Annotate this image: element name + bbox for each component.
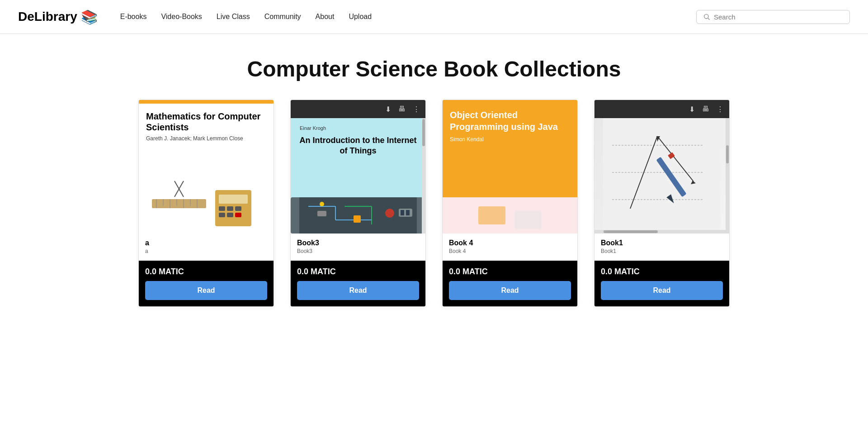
svg-rect-15 [219,213,225,217]
book-subtitle-2: Book 4 [449,248,571,254]
scrollbar-3[interactable] [726,118,729,234]
book-info-0: a a [139,234,274,261]
book-cover-author-0: Gareth J. Janacek; Mark Lemmon Close [146,135,266,142]
book-cover-3 [594,118,729,234]
book-cover-1: Einar Krogh An Introduction to the Inter… [291,118,425,234]
read-button-3[interactable]: Read [601,281,723,300]
download-icon-3[interactable]: ⬇ [689,105,695,114]
svg-line-1 [708,18,710,20]
svg-rect-32 [406,210,410,215]
nav-upload[interactable]: Upload [349,13,372,21]
h-scrollbar-3[interactable] [594,230,726,234]
svg-rect-13 [227,206,233,211]
nav-ebooks[interactable]: E-books [120,13,147,21]
logo-book-icon: 📚 [81,9,98,25]
logo[interactable]: DeLibrary 📚 [18,9,98,25]
book-subtitle-1: Book3 [297,248,419,254]
book-name-1: Book3 [297,239,419,247]
search-area [696,10,850,24]
navbar: DeLibrary 📚 E-books Video-Books Live Cla… [0,0,868,34]
book-cover-author-2: Simon Kendal [450,136,570,143]
nav-community[interactable]: Community [264,13,301,21]
print-icon-3[interactable]: 🖶 [702,105,709,113]
read-button-1[interactable]: Read [297,281,419,300]
svg-rect-2 [152,199,206,208]
book-price-1: 0.0 MATIC [297,267,419,276]
books-grid: Mathematics for Computer Scientists Gare… [0,100,868,307]
nav-live-class[interactable]: Live Class [217,13,250,21]
svg-rect-17 [235,213,241,217]
book-info-2: Book 4 Book 4 [443,234,577,261]
book-cover-0: Mathematics for Computer Scientists Gare… [139,100,274,234]
nav-video-books[interactable]: Video-Books [161,13,202,21]
h-scroll-thumb-3 [604,230,658,233]
more-icon-1[interactable]: ⋮ [413,105,420,114]
circuit-illustration [299,197,417,234]
pen-diagram-illustration [603,118,721,234]
tools-illustration [146,172,266,226]
svg-point-28 [385,209,394,218]
book-footer-2: 0.0 MATIC Read [443,261,577,306]
circuit-board-image [291,197,425,234]
scrollbar-1[interactable] [422,118,425,234]
book-info-3: Book1 Book1 [594,234,729,261]
svg-rect-26 [317,211,326,216]
svg-rect-33 [478,206,505,224]
nav-about[interactable]: About [316,13,335,21]
more-icon-3[interactable]: ⋮ [717,105,724,114]
book-subtitle-0: a [145,248,267,254]
svg-point-0 [704,14,708,19]
book-footer-3: 0.0 MATIC Read [594,261,729,306]
svg-rect-31 [401,210,404,215]
book-price-0: 0.0 MATIC [145,267,267,276]
svg-point-29 [320,202,324,206]
book-viewer-1: ⬇ 🖶 ⋮ Einar Krogh An Introduction to the… [291,100,425,234]
book-cover-title-1: An Introduction to the Internet of Thing… [298,135,418,157]
page-title: Computer Science Book Collections [9,57,859,81]
book-info-1: Book3 Book3 [291,234,425,261]
book-price-3: 0.0 MATIC [601,267,723,276]
book-cover-author-1: Einar Krogh [298,125,326,131]
search-input[interactable] [714,13,843,21]
print-icon-1[interactable]: 🖶 [398,105,406,113]
svg-rect-12 [219,206,225,211]
book-price-2: 0.0 MATIC [449,267,571,276]
svg-rect-11 [219,195,248,204]
page-title-section: Computer Science Book Collections [0,34,868,100]
book-cover-title-2: Object Oriented Programming using Java [450,109,570,133]
read-button-2[interactable]: Read [449,281,571,300]
svg-rect-34 [514,211,542,229]
scroll-thumb-1 [422,119,425,146]
svg-rect-27 [354,215,361,223]
book-card-3: ⬇ 🖶 ⋮ [594,100,730,307]
oop-illustration [474,202,546,234]
svg-rect-35 [603,118,721,234]
read-button-0[interactable]: Read [145,281,267,300]
logo-text: DeLibrary [18,10,77,24]
book-card-0: Mathematics for Computer Scientists Gare… [138,100,274,307]
book-cover-bottom-2 [443,197,577,234]
book-name-2: Book 4 [449,239,571,247]
book-toolbar-3: ⬇ 🖶 ⋮ [594,100,729,118]
search-icon [703,13,710,20]
scroll-thumb-3 [726,145,729,163]
book-viewer-0: Mathematics for Computer Scientists Gare… [139,100,274,234]
book-cover-title-0: Mathematics for Computer Scientists [146,111,266,133]
book-name-0: a [145,239,267,247]
book-toolbar-1: ⬇ 🖶 ⋮ [291,100,425,118]
book-footer-0: 0.0 MATIC Read [139,261,274,306]
nav-links: E-books Video-Books Live Class Community… [120,13,696,21]
pen-diagram-area [594,118,729,234]
svg-rect-14 [235,206,241,211]
book-viewer-3: ⬇ 🖶 ⋮ [594,100,729,234]
book-subtitle-3: Book1 [601,248,723,254]
svg-rect-16 [227,213,233,217]
book-cover-image-0 [146,146,266,226]
book-cover-2: Object Oriented Programming using Java S… [443,100,577,234]
download-icon-1[interactable]: ⬇ [385,105,391,114]
book-card-2: Object Oriented Programming using Java S… [442,100,578,307]
book-viewer-2: Object Oriented Programming using Java S… [443,100,577,234]
book-footer-1: 0.0 MATIC Read [291,261,425,306]
book-card-1: ⬇ 🖶 ⋮ Einar Krogh An Introduction to the… [290,100,426,307]
book-name-3: Book1 [601,239,723,247]
